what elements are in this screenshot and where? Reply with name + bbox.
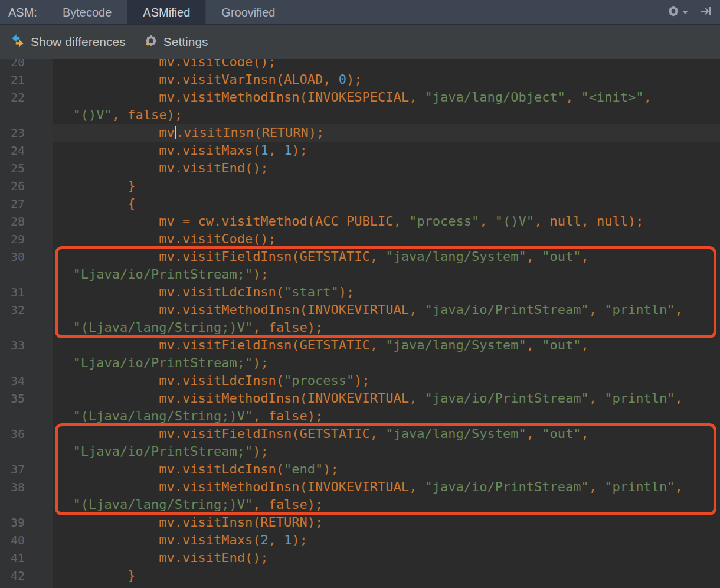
- gutter[interactable]: 22: [0, 89, 53, 106]
- code-token: ,: [269, 143, 284, 158]
- code-token: .visitInsn(RETURN);: [176, 125, 325, 140]
- code-line[interactable]: 37 mv.visitLdcInsn("end");: [0, 460, 720, 478]
- code-line[interactable]: 41 mv.visitEnd();: [0, 549, 720, 567]
- diff-arrows-icon: [9, 32, 26, 52]
- code-line[interactable]: "(Ljava/lang/String;)V", false);: [0, 407, 720, 425]
- gutter[interactable]: 20: [0, 59, 53, 71]
- code-token: "out": [542, 426, 581, 441]
- line-number: 32: [0, 301, 25, 319]
- gutter[interactable]: [0, 106, 53, 124]
- gutter[interactable]: 34: [0, 372, 53, 390]
- gutter[interactable]: 35: [0, 390, 53, 407]
- gutter[interactable]: 30: [0, 248, 53, 266]
- gutter[interactable]: [0, 354, 53, 372]
- code-line[interactable]: 22 mv.visitMethodInsn(INVOKESPECIAL, "ja…: [0, 89, 720, 106]
- header-actions: [666, 0, 720, 24]
- gutter[interactable]: 24: [0, 142, 53, 159]
- show-differences-button[interactable]: Show differences: [9, 32, 126, 52]
- code-token: mv.visitCode();: [57, 231, 276, 246]
- code-line[interactable]: 39 mv.visitInsn(RETURN);: [0, 514, 720, 531]
- code-token: [57, 355, 73, 370]
- code-line[interactable]: 40 mv.visitMaxs(2, 1);: [0, 531, 720, 549]
- code-line[interactable]: "Ljava/io/PrintStream;");: [0, 266, 720, 283]
- gutter[interactable]: 33: [0, 337, 53, 354]
- code-text: }: [53, 177, 720, 195]
- tab-asmified[interactable]: ASMified: [127, 0, 205, 24]
- code-token: , false);: [253, 320, 323, 335]
- hide-button[interactable]: [700, 5, 713, 20]
- gutter[interactable]: [0, 407, 53, 425]
- gutter[interactable]: [0, 266, 53, 283]
- gutter[interactable]: 23: [0, 124, 53, 142]
- code-line[interactable]: 20 mv.visitCode();: [0, 59, 720, 71]
- code-token: 1: [284, 143, 292, 158]
- code-token: "out": [542, 249, 581, 264]
- code-text: mv.visitLdcInsn("start");: [53, 283, 720, 301]
- code-line[interactable]: 23 mv.visitInsn(RETURN);: [0, 124, 720, 142]
- gutter[interactable]: 31: [0, 283, 53, 301]
- code-line[interactable]: 32 mv.visitMethodInsn(INVOKEVIRTUAL, "ja…: [0, 301, 720, 319]
- code-line[interactable]: "(Ljava/lang/String;)V", false);: [0, 319, 720, 337]
- code-text: mv.visitEnd();: [53, 159, 720, 177]
- line-number: 37: [0, 460, 25, 478]
- code-line[interactable]: 29 mv.visitCode();: [0, 230, 720, 248]
- code-text: mv.visitCode();: [53, 59, 720, 71]
- code-token: "Ljava/io/PrintStream;": [73, 444, 253, 459]
- tab-bytecode[interactable]: Bytecode: [47, 0, 127, 24]
- gutter[interactable]: 42: [0, 567, 53, 584]
- code-token: }: [57, 568, 135, 583]
- code-line[interactable]: "(Ljava/lang/String;)V", false);: [0, 496, 720, 514]
- gear-icon: [666, 4, 680, 21]
- code-line[interactable]: "Ljava/io/PrintStream;");: [0, 354, 720, 372]
- line-number: [0, 496, 25, 514]
- code-line[interactable]: 24 mv.visitMaxs(1, 1);: [0, 142, 720, 159]
- gutter[interactable]: [0, 496, 53, 514]
- code-line[interactable]: "Ljava/io/PrintStream;");: [0, 443, 720, 460]
- gutter[interactable]: 25: [0, 159, 53, 177]
- gutter[interactable]: 43: [0, 584, 53, 588]
- tab-groovified[interactable]: Groovified: [205, 0, 290, 24]
- code-line[interactable]: 35 mv.visitMethodInsn(INVOKEVIRTUAL, "ja…: [0, 390, 720, 407]
- gutter[interactable]: [0, 443, 53, 460]
- code-line[interactable]: 27 {: [0, 195, 720, 213]
- code-line[interactable]: 33 mv.visitFieldInsn(GETSTATIC, "java/la…: [0, 337, 720, 354]
- code-token: ,: [479, 214, 495, 228]
- gutter[interactable]: 32: [0, 301, 53, 319]
- code-line[interactable]: 25 mv.visitEnd();: [0, 159, 720, 177]
- gutter[interactable]: 21: [0, 71, 53, 89]
- gutter[interactable]: 41: [0, 549, 53, 567]
- code-line[interactable]: 43 cw.visitEnd();: [0, 584, 720, 588]
- code-line[interactable]: 42 }: [0, 567, 720, 584]
- gutter[interactable]: 38: [0, 478, 53, 496]
- code-token: ,: [565, 90, 581, 104]
- gutter[interactable]: 39: [0, 514, 53, 531]
- code-token: mv: [57, 125, 175, 140]
- code-token: );: [253, 355, 269, 370]
- code-token: "java/lang/System": [385, 426, 526, 441]
- code-token: cw.visitEnd();: [57, 586, 269, 588]
- code-editor[interactable]: 20 mv.visitCode();21 mv.visitVarInsn(ALO…: [0, 59, 720, 588]
- code-line[interactable]: 38 mv.visitMethodInsn(INVOKEVIRTUAL, "ja…: [0, 478, 720, 496]
- code-line[interactable]: 34 mv.visitLdcInsn("process");: [0, 372, 720, 390]
- code-token: {: [57, 196, 135, 211]
- gutter[interactable]: 26: [0, 177, 53, 195]
- gear-menu-button[interactable]: [666, 4, 688, 21]
- code-line[interactable]: 31 mv.visitLdcInsn("start");: [0, 283, 720, 301]
- gutter[interactable]: 36: [0, 425, 53, 443]
- code-line[interactable]: "()V", false);: [0, 106, 720, 124]
- code-line[interactable]: 21 mv.visitVarInsn(ALOAD, 0);: [0, 71, 720, 89]
- gutter[interactable]: 29: [0, 230, 53, 248]
- code-line[interactable]: 30 mv.visitFieldInsn(GETSTATIC, "java/la…: [0, 248, 720, 266]
- code-line[interactable]: 26 }: [0, 177, 720, 195]
- code-line[interactable]: 28 mv = cw.visitMethod(ACC_PUBLIC, "proc…: [0, 213, 720, 230]
- code-token: );: [346, 72, 362, 87]
- gutter[interactable]: [0, 319, 53, 337]
- code-text: mv.visitCode();: [53, 230, 720, 248]
- gutter[interactable]: 37: [0, 460, 53, 478]
- gutter[interactable]: 28: [0, 213, 53, 230]
- line-number: 33: [0, 337, 25, 354]
- settings-button[interactable]: Settings: [143, 33, 208, 51]
- gutter[interactable]: 27: [0, 195, 53, 213]
- gutter[interactable]: 40: [0, 531, 53, 549]
- code-line[interactable]: 36 mv.visitFieldInsn(GETSTATIC, "java/la…: [0, 425, 720, 443]
